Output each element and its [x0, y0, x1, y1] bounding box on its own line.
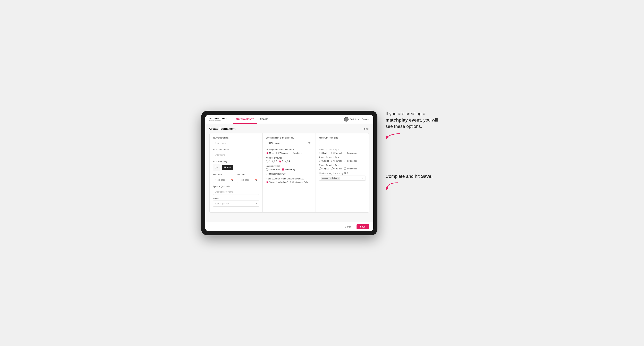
end-date-input[interactable]: [237, 177, 259, 183]
page-header: Create Tournament ← Back: [210, 127, 369, 130]
round-3[interactable]: 3: [279, 160, 284, 163]
end-date-wrap: 📅: [237, 177, 259, 183]
scoring-match[interactable]: Match Play: [282, 168, 295, 171]
form-col-2: Which division is the event for? NCAA Di…: [263, 133, 316, 212]
gender-mens[interactable]: Mens: [266, 152, 274, 154]
round3-singles[interactable]: Singles: [319, 167, 329, 170]
gender-combined[interactable]: Combined: [290, 152, 302, 154]
round2-fourball[interactable]: Fourball: [331, 160, 342, 162]
form-grid: Tournament Host Tournament name Tourname…: [210, 133, 369, 213]
logo-upload-row: Upload: [213, 164, 259, 171]
brand-subtitle: Powered by clippit: [210, 120, 226, 121]
cancel-button[interactable]: Cancel: [342, 224, 354, 229]
brand-logo: SCOREBOARD Powered by clippit: [210, 117, 226, 121]
scoring-radio-group: Stroke Play Match Play Medal Match Play: [266, 168, 312, 175]
api-select[interactable]: Leaderboard King × ▼: [319, 175, 366, 181]
svg-point-1: [216, 167, 216, 167]
teams-option[interactable]: Teams (+Individuals): [266, 181, 288, 183]
teams-radio-group: Teams (+Individuals) Individuals Only: [266, 181, 312, 183]
avatar-inner: [344, 117, 348, 121]
teams-label: Is this event for Teams and/or Individua…: [266, 177, 312, 180]
round3-foursomes[interactable]: Foursomes: [344, 167, 357, 170]
tournament-name-input[interactable]: [213, 152, 259, 158]
round-4[interactable]: 4: [286, 160, 290, 163]
round-2[interactable]: 2: [272, 160, 277, 163]
gender-womens[interactable]: Womens: [276, 152, 288, 154]
end-date-field: End date 📅: [237, 173, 259, 183]
annotation-top-block: If you are creating a matchplay event, y…: [386, 111, 443, 141]
individuals-option[interactable]: Individuals Only: [290, 181, 308, 183]
outer-wrapper: SCOREBOARD Powered by clippit TOURNAMENT…: [179, 111, 466, 235]
dates-field: Start date 📅 End date: [213, 173, 259, 183]
division-label: Which division is the event for?: [266, 137, 312, 139]
tablet-screen: SCOREBOARD Powered by clippit TOURNAMENT…: [205, 115, 373, 231]
date-row: Start date 📅 End date: [213, 173, 259, 183]
max-team-size-input[interactable]: [319, 140, 329, 146]
round1-singles[interactable]: Singles: [319, 152, 329, 154]
top-nav: SCOREBOARD Powered by clippit TOURNAMENT…: [205, 115, 373, 124]
tournament-name-label: Tournament name: [213, 149, 259, 151]
annotation-arrow-bottom: [386, 182, 443, 191]
round3-section: Round 3 - Match Type Singles Fourball: [319, 164, 366, 170]
gender-radio-group: Mens Womens Combined: [266, 152, 312, 154]
tournament-host-input[interactable]: [213, 140, 259, 146]
annotation-arrow-top: [386, 132, 443, 141]
nav-tab-teams[interactable]: TEAMS: [257, 115, 271, 124]
scoring-label: Scoring system: [266, 165, 312, 167]
api-tag-close[interactable]: ×: [338, 177, 339, 179]
round1-fourball[interactable]: Fourball: [331, 152, 342, 154]
gender-label: Which gender is the event for?: [266, 149, 312, 151]
logo-placeholder: [213, 164, 220, 171]
user-avatar: [344, 117, 348, 122]
form-col-1: Tournament Host Tournament name Tourname…: [210, 133, 263, 212]
annotation-bottom-block: Complete and hit Save.: [386, 161, 443, 191]
nav-tab-tournaments[interactable]: TOURNAMENTS: [233, 115, 257, 124]
round3-fourball[interactable]: Fourball: [331, 167, 342, 170]
scoring-medal[interactable]: Medal Match Play: [266, 173, 286, 175]
teams-field: Is this event for Teams and/or Individua…: [266, 177, 312, 183]
round2-section: Round 2 - Match Type Singles Fourball: [319, 156, 366, 162]
nav-right: Test User | Sign out: [344, 117, 369, 122]
tournament-host-field: Tournament Host: [213, 137, 259, 146]
annotation-top-text: If you are creating a matchplay event, y…: [386, 111, 443, 130]
venue-label: Venue: [213, 197, 259, 199]
max-team-size-field: Maximum Team Size: [319, 137, 366, 146]
round3-label: Round 3 - Match Type: [319, 164, 366, 166]
back-link[interactable]: ← Back: [361, 128, 369, 130]
round3-radio-group: Singles Fourball Foursomes: [319, 167, 366, 170]
save-button[interactable]: Save: [356, 224, 369, 229]
sponsor-input[interactable]: [213, 189, 259, 195]
venue-input-wrap: ▼: [213, 200, 259, 207]
venue-field: Venue ▼: [213, 197, 259, 207]
start-date-label: Start date: [213, 173, 235, 176]
round1-label: Round 1 - Match Type: [319, 149, 366, 151]
venue-input[interactable]: [213, 200, 259, 207]
start-date-field: Start date 📅: [213, 173, 235, 183]
rounds-label: Number of rounds: [266, 157, 312, 159]
page-title: Create Tournament: [210, 127, 236, 130]
bottom-bar: Cancel Save: [205, 222, 373, 231]
round2-foursomes[interactable]: Foursomes: [344, 160, 357, 162]
annotation-bottom-text: Complete and hit Save.: [386, 173, 443, 180]
form-col-3: Maximum Team Size Round 1 - Match Type S…: [316, 133, 369, 212]
round1-foursomes[interactable]: Foursomes: [344, 152, 357, 154]
nav-signout[interactable]: Sign out: [362, 118, 369, 120]
nav-user: Test User |: [350, 118, 360, 120]
tablet-frame: SCOREBOARD Powered by clippit TOURNAMENT…: [201, 111, 378, 235]
brand-title: SCOREBOARD: [210, 117, 226, 120]
api-field: Use third-party live scoring API? Leader…: [319, 172, 366, 181]
division-select[interactable]: NCAA Division I: [266, 140, 312, 146]
api-selected-tag: Leaderboard King ×: [321, 176, 340, 180]
api-chevron-icon: ▼: [362, 177, 364, 179]
tournament-logo-field: Tournament logo Upload: [213, 161, 259, 171]
scoring-stroke[interactable]: Stroke Play: [266, 168, 280, 171]
tournament-logo-label: Tournament logo: [213, 161, 259, 163]
round2-singles[interactable]: Singles: [319, 160, 329, 162]
end-date-label: End date: [237, 173, 259, 176]
round2-label: Round 2 - Match Type: [319, 156, 366, 159]
upload-button[interactable]: Upload: [222, 165, 234, 170]
start-date-wrap: 📅: [213, 177, 235, 183]
round-1[interactable]: 1: [266, 160, 270, 163]
round1-radio-group: Singles Fourball Foursomes: [319, 152, 366, 154]
start-date-input[interactable]: [213, 177, 235, 183]
